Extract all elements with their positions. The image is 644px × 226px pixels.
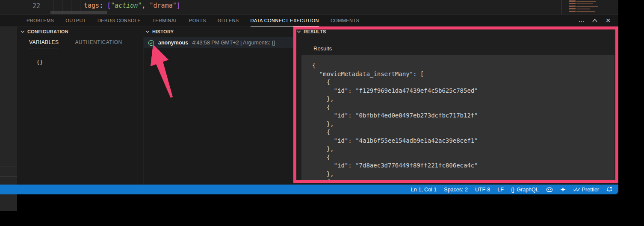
code-token-close-bracket: ] xyxy=(177,2,180,9)
json-line: { xyxy=(312,178,614,181)
tab-output[interactable]: OUTPUT xyxy=(65,15,86,26)
bell-icon xyxy=(606,186,612,193)
code-token-comma: , xyxy=(142,2,149,9)
tab-problems[interactable]: PROBLEMS xyxy=(27,15,54,26)
json-line: "id": "7d8aec3d776449f89ff221fc806eca4c" xyxy=(312,161,614,170)
braces-icon: {} xyxy=(511,187,514,193)
json-line: }, xyxy=(312,95,614,103)
code-token-open-bracket: [ xyxy=(107,2,111,9)
left-rail xyxy=(0,26,17,211)
minimap-border xyxy=(561,0,562,14)
encoding-setting[interactable]: UTF-8 xyxy=(475,187,490,193)
screenshot-stage: 22 tags: ["action", "drama"] PROBLEMS OU… xyxy=(0,0,644,226)
json-line: "id": "f129f969e1da47439ef4c5b625c785ed" xyxy=(312,87,614,95)
results-header[interactable]: RESULTS xyxy=(297,26,326,37)
double-check-icon xyxy=(573,187,580,192)
tab-terminal[interactable]: TERMINAL xyxy=(152,15,177,26)
results-json-viewer[interactable]: { "movieMetadata_insertMany": [ { "id": … xyxy=(301,55,614,181)
tab-debug-console[interactable]: DEBUG CONSOLE xyxy=(97,15,141,26)
tab-data-connect-execution[interactable]: DATA CONNECT EXECUTION xyxy=(251,15,319,26)
success-check-icon xyxy=(148,40,154,46)
code-token-colon: : xyxy=(99,2,107,9)
language-mode[interactable]: {} GraphQL xyxy=(511,187,539,193)
close-panel-icon[interactable]: × xyxy=(605,17,612,24)
json-line: { xyxy=(312,103,614,112)
tab-authentication[interactable]: AUTHENTICATION xyxy=(75,39,122,49)
editor-area[interactable]: 22 tags: ["action", "drama"] xyxy=(0,0,618,15)
code-token-string-drama: "drama" xyxy=(150,2,177,9)
panel-body: CONFIGURATION VARIABLES AUTHENTICATION {… xyxy=(0,26,618,185)
indentation-setting[interactable]: Spaces: 2 xyxy=(444,187,468,193)
cursor-position[interactable]: Ln 1, Col 1 xyxy=(411,187,437,193)
copilot-icon xyxy=(546,187,553,193)
code-line-22[interactable]: tags: ["action", "drama"] xyxy=(84,2,180,9)
json-line: "id": "4a1b6f55ee154adb9e1a42ac39e8cef1" xyxy=(312,137,614,145)
json-line: { xyxy=(312,62,614,70)
results-pane: RESULTS Results { "movieMetadata_insertM… xyxy=(293,26,618,185)
tab-ports[interactable]: PORTS xyxy=(189,15,206,26)
tab-gitlens[interactable]: GITLENS xyxy=(218,15,239,26)
variables-json-editor[interactable]: {} xyxy=(36,59,43,65)
sparkle-status[interactable] xyxy=(560,187,566,192)
history-entry-name: anonymous xyxy=(158,40,188,46)
formatter-label: Prettier xyxy=(582,187,599,193)
json-line: { xyxy=(312,78,614,87)
history-pane: HISTORY anonymous 4:43:58 PM GMT+2 | Arg… xyxy=(144,26,293,185)
history-entry-meta: 4:43:58 PM GMT+2 | Arguments: {} xyxy=(192,40,275,46)
json-line: }, xyxy=(312,120,614,129)
configuration-title: CONFIGURATION xyxy=(27,29,68,34)
tab-comments[interactable]: COMMENTS xyxy=(331,15,359,26)
history-entry-anonymous[interactable]: anonymous 4:43:58 PM GMT+2 | Arguments: … xyxy=(144,37,293,48)
minimap[interactable] xyxy=(564,0,600,14)
history-list: anonymous 4:43:58 PM GMT+2 | Arguments: … xyxy=(144,37,293,185)
more-actions-icon[interactable]: ··· xyxy=(578,17,585,24)
configuration-header[interactable]: CONFIGURATION xyxy=(21,26,68,37)
copilot-status[interactable] xyxy=(546,187,553,193)
sparkle-icon xyxy=(560,187,566,192)
tab-variables[interactable]: VARIABLES xyxy=(29,39,59,49)
rail-divider xyxy=(0,167,17,167)
code-token-key: tags xyxy=(84,2,99,9)
code-token-string-action: "action" xyxy=(111,2,142,9)
status-bar: Ln 1, Col 1 Spaces: 2 UTF-8 LF {} GraphQ… xyxy=(0,185,618,194)
history-header[interactable]: HISTORY xyxy=(145,26,174,37)
chevron-down-icon xyxy=(145,29,150,34)
json-line: }, xyxy=(312,145,614,153)
line-number: 22 xyxy=(23,2,40,10)
json-line: "movieMetadata_insertMany": [ xyxy=(312,70,614,79)
vscode-window: 22 tags: ["action", "drama"] PROBLEMS OU… xyxy=(0,0,618,194)
configuration-tabs: VARIABLES AUTHENTICATION xyxy=(29,39,122,49)
language-label: GraphQL xyxy=(517,187,538,193)
json-line: { xyxy=(312,153,614,162)
notifications[interactable] xyxy=(606,186,612,193)
editor-horizontal-scrollbar[interactable] xyxy=(50,11,107,14)
formatter-status[interactable]: Prettier xyxy=(573,187,599,193)
json-line: "id": "0bfbbf4ed0e8497eb273dcfbc717b12f" xyxy=(312,112,614,120)
editor-gutter: 22 xyxy=(17,0,50,15)
results-label: Results xyxy=(313,45,332,52)
results-title: RESULTS xyxy=(304,29,326,34)
panel-tab-bar: PROBLEMS OUTPUT DEBUG CONSOLE TERMINAL P… xyxy=(0,15,618,26)
history-title: HISTORY xyxy=(152,29,174,34)
chevron-down-icon xyxy=(297,29,301,34)
json-line: }, xyxy=(312,170,614,179)
eol-setting[interactable]: LF xyxy=(497,187,504,193)
chevron-down-icon xyxy=(21,29,25,34)
configuration-pane: CONFIGURATION VARIABLES AUTHENTICATION {… xyxy=(17,26,144,185)
json-line: { xyxy=(312,128,614,137)
panel-actions: ··· × xyxy=(578,15,612,26)
rail-divider xyxy=(0,176,17,177)
maximize-panel-icon[interactable] xyxy=(591,17,598,24)
